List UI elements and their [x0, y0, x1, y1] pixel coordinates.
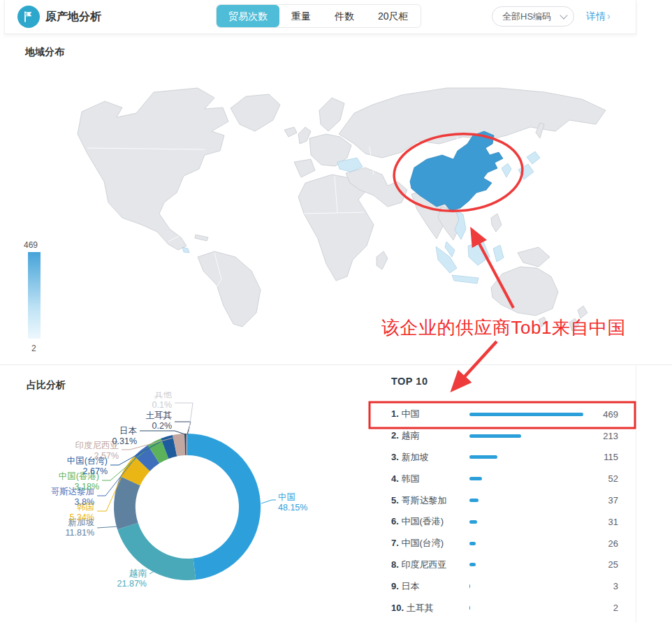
- top10-row-value: 213: [588, 431, 618, 441]
- pie-label-name: 土耳其: [146, 411, 173, 420]
- pie-slice-中国[interactable]: [187, 434, 261, 580]
- metric-tab-group: 贸易次数重量件数20尺柜: [216, 4, 421, 28]
- chevron-right-icon: ›: [607, 10, 611, 22]
- pie-label-percent: 0.2%: [152, 421, 173, 431]
- app-logo: [17, 6, 40, 28]
- top10-bar: [469, 413, 583, 416]
- top10-bar: [469, 477, 482, 480]
- top10-row-value: 3: [588, 581, 618, 591]
- hs-code-dropdown-value: 全部HS编码: [502, 10, 551, 23]
- top10-list: 1. 中国4692. 越南2133. 新加坡1154. 韩国525. 哥斯达黎加…: [391, 404, 618, 619]
- top10-row-5: 5. 哥斯达黎加37: [391, 489, 618, 511]
- pie-label-name: 其他: [154, 392, 173, 399]
- pie-label-line-土耳其: [175, 422, 191, 434]
- pie-section-title: 占比分析: [27, 379, 66, 392]
- pie-label-line-其他: [175, 403, 193, 434]
- pie-label-percent: 0.1%: [152, 400, 173, 410]
- tab-4[interactable]: 20尺柜: [366, 5, 421, 27]
- pie-label-percent: 2.67%: [83, 466, 108, 476]
- top10-bar-track: [469, 477, 588, 480]
- top10-row-value: 2: [588, 603, 618, 613]
- flag-icon: [22, 10, 36, 24]
- top10-bar-track: [469, 520, 588, 524]
- top10-bar: [469, 499, 479, 502]
- tab-2[interactable]: 重量: [279, 5, 323, 27]
- pie-label-line-新加坡: [97, 526, 119, 528]
- top10-row-label: 1. 中国: [391, 408, 469, 420]
- top10-bar: [469, 434, 521, 438]
- pie-label-name: 中国: [278, 492, 295, 502]
- pie-label-percent: 11.81%: [66, 528, 94, 538]
- top10-row-9: 9. 日本3: [391, 575, 618, 597]
- top10-row-label: 8. 印度尼西亚: [391, 559, 469, 571]
- top10-row-label: 9. 日本: [391, 580, 469, 593]
- top10-row-2: 2. 越南213: [391, 425, 618, 447]
- pie-label-name: 越南: [129, 568, 147, 578]
- top10-row-4: 4. 韩国52: [391, 468, 618, 489]
- top10-bar-track: [469, 606, 588, 610]
- top10-row-value: 25: [588, 559, 618, 570]
- legend-max-value: 469: [24, 240, 38, 250]
- legend-min-value: 2: [31, 344, 36, 353]
- top10-bar: [469, 455, 497, 459]
- top10-row-6: 6. 中国(香港)31: [391, 511, 618, 533]
- top10-bar: [469, 606, 470, 610]
- top10-row-label: 2. 越南: [391, 429, 469, 442]
- origin-analysis-page: 原产地分析 贸易次数重量件数20尺柜 全部HS编码 详情› 地域分布 469 2: [0, 0, 672, 634]
- chevron-down-icon: [560, 11, 567, 19]
- top10-row-3: 3. 新加坡115: [391, 447, 618, 469]
- header: 原产地分析 贸易次数重量件数20尺柜 全部HS编码 详情›: [4, 0, 636, 34]
- detail-link[interactable]: 详情›: [586, 10, 611, 23]
- top10-row-label: 7. 中国(台湾): [391, 537, 469, 550]
- top10-row-value: 469: [588, 409, 618, 420]
- top10-row-7: 7. 中国(台湾)26: [391, 533, 618, 554]
- top10-row-label: 10. 土耳其: [391, 602, 469, 614]
- tab-1[interactable]: 贸易次数: [217, 5, 279, 27]
- top10-row-10: 10. 土耳其2: [391, 597, 618, 619]
- pie-label-percent: 2.57%: [94, 451, 119, 461]
- top10-bar-track: [469, 563, 588, 566]
- top10-bar-track: [469, 455, 588, 459]
- pie-label-percent: 48.15%: [278, 503, 307, 513]
- detail-link-label: 详情: [586, 10, 606, 22]
- annotation-note: 该企业的供应商Tob1来自中国: [381, 316, 626, 340]
- top10-row-value: 52: [588, 473, 618, 484]
- top10-row-value: 26: [588, 538, 618, 549]
- top10-bar: [469, 584, 470, 588]
- panel-right-border: [636, 364, 636, 623]
- pie-label-percent: 3.18%: [75, 482, 99, 492]
- share-donut-chart: 中国48.15%越南21.87%新加坡11.81%韩国5.34%哥斯达黎加3.8…: [0, 392, 370, 634]
- top10-bar-track: [469, 499, 588, 502]
- top10-bar-track: [469, 434, 588, 438]
- top10-row-label: 5. 哥斯达黎加: [391, 494, 469, 507]
- hs-code-dropdown[interactable]: 全部HS编码: [492, 6, 574, 27]
- pie-label-percent: 21.87%: [117, 579, 147, 589]
- top10-row-label: 6. 中国(香港): [391, 515, 469, 528]
- pie-label-line-中国: [261, 500, 276, 503]
- top10-title: TOP 10: [391, 376, 428, 387]
- pie-label-name: 日本: [119, 426, 138, 436]
- top10-row-value: 115: [588, 452, 618, 462]
- top10-row-8: 8. 印度尼西亚25: [391, 554, 618, 576]
- top10-row-label: 4. 韩国: [391, 473, 469, 485]
- top10-bar: [469, 520, 477, 524]
- top10-row-value: 37: [588, 495, 618, 506]
- pie-label-percent: 5.34%: [70, 513, 94, 522]
- top10-row-value: 31: [588, 517, 618, 527]
- top10-bar-track: [469, 413, 588, 416]
- map-landmasses: [78, 88, 606, 331]
- page-title: 原产地分析: [45, 10, 101, 24]
- pie-label-percent: 0.31%: [112, 436, 137, 446]
- top10-bar-track: [469, 584, 588, 588]
- top10-bar: [469, 542, 476, 545]
- top10-row-1: 1. 中国469: [391, 404, 618, 425]
- section-divider: [0, 364, 672, 365]
- tab-3[interactable]: 件数: [323, 5, 366, 27]
- top10-bar-track: [469, 542, 588, 545]
- top10-row-label: 3. 新加坡: [391, 451, 469, 464]
- pie-label-line-日本: [140, 431, 185, 434]
- map-section-title: 地域分布: [25, 46, 64, 59]
- pie-label-percent: 3.8%: [75, 497, 95, 507]
- top10-bar: [469, 563, 476, 566]
